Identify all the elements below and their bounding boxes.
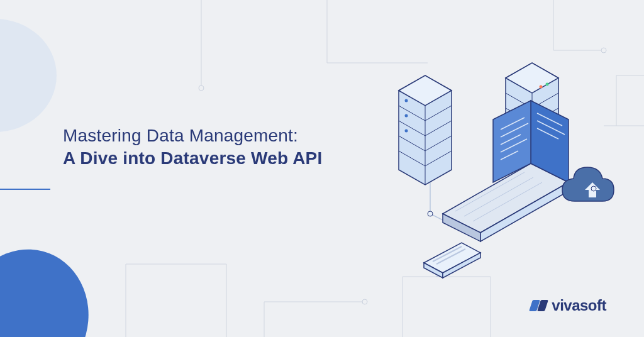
accent-horizontal-rule	[0, 189, 50, 190]
brand-logo: vivasoft	[531, 297, 606, 314]
page-heading: Mastering Data Management: A Dive into D…	[63, 126, 365, 168]
decorative-blob-bottom-left	[0, 235, 104, 337]
smartphone-icon	[424, 243, 480, 278]
svg-point-43	[546, 83, 549, 86]
laptop-icon	[443, 101, 569, 241]
hero-illustration	[380, 50, 619, 289]
svg-point-31	[405, 114, 408, 118]
svg-point-32	[405, 130, 408, 133]
heading-line-2: A Dive into Dataverse Web API	[63, 148, 365, 168]
cloud-upload-icon	[562, 167, 614, 201]
brand-mark-icon	[531, 300, 547, 311]
svg-point-42	[540, 86, 543, 89]
heading-line-1: Mastering Data Management:	[63, 126, 365, 146]
decorative-blob-top-left	[0, 19, 57, 132]
svg-point-15	[362, 299, 367, 304]
svg-point-30	[405, 99, 408, 102]
svg-point-67	[591, 186, 596, 191]
server-tower-left-icon	[399, 75, 452, 185]
svg-point-1	[199, 86, 204, 91]
brand-name: vivasoft	[552, 297, 606, 314]
svg-point-66	[428, 211, 433, 216]
